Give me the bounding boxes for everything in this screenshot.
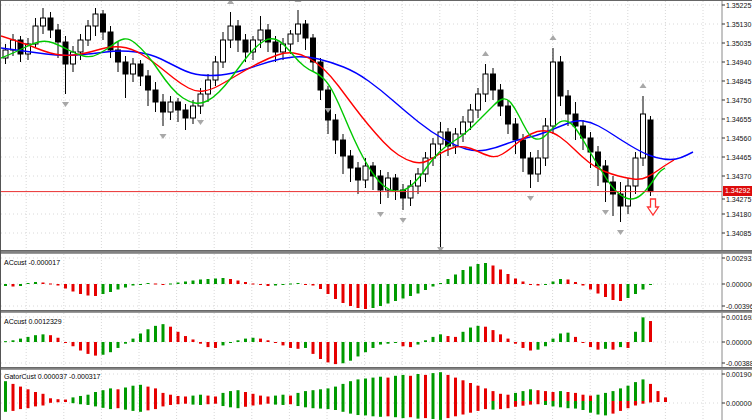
histogram-bar — [64, 342, 67, 343]
histogram-bar — [604, 393, 607, 401]
histogram-bar — [237, 401, 240, 408]
histogram-bar — [207, 401, 210, 404]
histogram-bar — [244, 282, 247, 284]
histogram-bar — [252, 394, 255, 401]
histogram-bar — [604, 342, 607, 349]
histogram-bar — [42, 334, 45, 342]
histogram-bar — [147, 401, 150, 410]
fractal-down-icon — [400, 218, 407, 223]
histogram-bar — [582, 342, 585, 343]
histogram-bar — [364, 284, 367, 309]
candle-body — [573, 114, 578, 126]
candle-body — [56, 30, 61, 42]
histogram-bar — [162, 393, 165, 401]
histogram-bar — [184, 336, 187, 342]
current-price-badge: 1.34292 — [723, 186, 752, 196]
histogram-bar — [544, 284, 547, 285]
histogram-bar — [94, 392, 97, 401]
histogram-bar — [484, 388, 487, 401]
histogram-bar — [147, 387, 150, 401]
histogram-bar — [192, 401, 195, 405]
histogram-bar — [319, 401, 322, 409]
price-axis-label: 1.34085 — [726, 230, 751, 237]
histogram-bar — [282, 284, 285, 285]
histogram-bar — [327, 401, 330, 409]
histogram-bar — [297, 342, 300, 349]
histogram-bar — [72, 342, 75, 346]
histogram-bar — [394, 284, 397, 301]
histogram-bar — [417, 284, 420, 294]
fractal-down-icon — [617, 230, 624, 235]
histogram-bar — [267, 284, 270, 286]
histogram-bar — [64, 400, 67, 401]
histogram-bar — [619, 342, 622, 347]
histogram-bar — [139, 334, 142, 343]
histogram-bar — [627, 284, 630, 298]
histogram-bar — [537, 342, 540, 350]
candle-body — [393, 178, 398, 190]
histogram-bar — [334, 387, 337, 401]
histogram-bar — [492, 266, 495, 285]
histogram-bar — [402, 375, 405, 401]
histogram-bar — [484, 401, 487, 409]
histogram-bar — [417, 342, 420, 345]
histogram-bar — [64, 401, 67, 402]
histogram-bar — [12, 384, 15, 401]
histogram-bar — [117, 342, 120, 348]
histogram-bar — [477, 386, 480, 401]
candle-body — [78, 40, 83, 52]
histogram-bar — [432, 401, 435, 419]
histogram-bar — [447, 279, 450, 284]
histogram-bar — [424, 284, 427, 290]
histogram-bar — [649, 321, 652, 342]
chart-canvas[interactable]: 1.352251.351301.350351.349401.348451.347… — [1, 1, 752, 420]
histogram-bar — [304, 342, 307, 348]
histogram-bar — [244, 401, 247, 407]
histogram-bar — [634, 332, 637, 342]
histogram-bar — [289, 396, 292, 401]
histogram-bar — [117, 284, 120, 290]
panel-separator[interactable] — [1, 310, 752, 313]
histogram-bar — [402, 401, 405, 418]
histogram-bar — [252, 284, 255, 285]
histogram-bar — [522, 391, 525, 401]
histogram-bar — [147, 283, 150, 284]
histogram-bar — [237, 390, 240, 401]
histogram-bar — [304, 284, 307, 285]
histogram-bar — [439, 401, 442, 420]
histogram-bar — [124, 284, 127, 288]
indicator-label-gator: GatorCust 0.000037 -0.000317 — [4, 373, 101, 381]
candle-body — [498, 90, 503, 106]
histogram-bar — [289, 342, 292, 348]
histogram-bar — [64, 284, 67, 289]
candle-body — [431, 144, 436, 158]
histogram-bar — [454, 401, 457, 416]
histogram-bar — [102, 401, 105, 408]
histogram-bar — [102, 284, 105, 294]
histogram-bar — [387, 378, 390, 401]
histogram-bar — [12, 284, 15, 287]
histogram-bar — [387, 342, 390, 344]
histogram-bar — [372, 378, 375, 401]
fractal-up-icon — [550, 35, 557, 40]
histogram-bar — [154, 388, 157, 401]
histogram-bar — [79, 284, 82, 294]
price-axis-label: 1.34465 — [726, 154, 751, 161]
fractal-up-icon — [482, 51, 489, 56]
histogram-bar — [642, 379, 645, 401]
histogram-bar — [477, 264, 480, 284]
histogram-bar — [537, 390, 540, 401]
histogram-bar — [357, 342, 360, 356]
histogram-bar — [492, 330, 495, 342]
histogram-bar — [597, 395, 600, 401]
histogram-bar — [87, 395, 90, 401]
histogram-bar — [184, 401, 187, 404]
histogram-bar — [94, 284, 97, 296]
histogram-bar — [282, 342, 285, 345]
histogram-bar — [589, 401, 592, 413]
panel-separator[interactable] — [1, 250, 752, 254]
panel-separator[interactable] — [1, 367, 752, 370]
histogram-bar — [447, 336, 450, 342]
histogram-bar — [12, 401, 15, 411]
histogram-bar — [567, 401, 570, 408]
